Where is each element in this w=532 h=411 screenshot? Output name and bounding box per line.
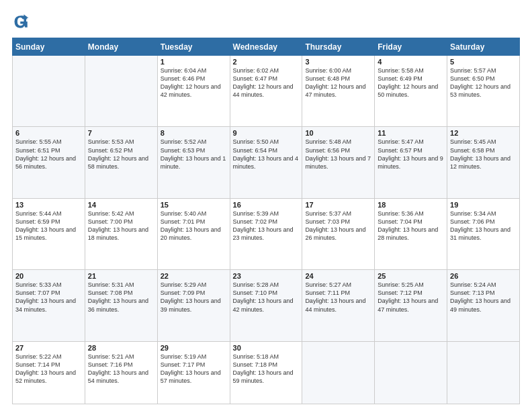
day-number: 14 (88, 201, 154, 209)
calendar-cell: 1Sunrise: 6:04 AMSunset: 6:46 PMDaylight… (157, 56, 230, 127)
day-info: Sunrise: 5:29 AMSunset: 7:09 PMDaylight:… (161, 281, 227, 314)
day-number: 4 (378, 58, 444, 66)
day-number: 9 (233, 129, 300, 137)
calendar-cell: 23Sunrise: 5:28 AMSunset: 7:10 PMDayligh… (230, 270, 302, 341)
day-number: 2 (233, 58, 300, 66)
day-header: Wednesday (230, 38, 302, 56)
day-number: 10 (305, 129, 371, 137)
calendar-table: SundayMondayTuesdayWednesdayThursdayFrid… (12, 38, 520, 404)
day-header: Monday (85, 38, 157, 56)
day-header: Thursday (302, 38, 375, 56)
day-number: 23 (233, 272, 300, 280)
day-number: 24 (305, 272, 371, 280)
calendar-cell: 28Sunrise: 5:21 AMSunset: 7:16 PMDayligh… (85, 341, 157, 404)
day-number: 15 (161, 201, 227, 209)
calendar-cell (13, 56, 85, 127)
calendar-cell: 4Sunrise: 5:58 AMSunset: 6:49 PMDaylight… (375, 56, 447, 127)
calendar-cell (375, 341, 447, 404)
day-info: Sunrise: 5:36 AMSunset: 7:04 PMDaylight:… (378, 210, 444, 242)
logo-icon (12, 12, 31, 31)
calendar-cell: 27Sunrise: 5:22 AMSunset: 7:14 PMDayligh… (13, 341, 85, 404)
day-info: Sunrise: 5:44 AMSunset: 6:59 PMDaylight:… (15, 210, 82, 242)
day-header: Saturday (447, 38, 520, 56)
calendar-cell: 29Sunrise: 5:19 AMSunset: 7:17 PMDayligh… (157, 341, 230, 404)
calendar-cell: 5Sunrise: 5:57 AMSunset: 6:50 PMDaylight… (447, 56, 520, 127)
calendar-cell: 2Sunrise: 6:02 AMSunset: 6:47 PMDaylight… (230, 56, 302, 127)
calendar-cell: 6Sunrise: 5:55 AMSunset: 6:51 PMDaylight… (13, 127, 85, 198)
calendar-cell: 11Sunrise: 5:47 AMSunset: 6:57 PMDayligh… (375, 127, 447, 198)
day-number: 8 (161, 129, 227, 137)
day-info: Sunrise: 5:25 AMSunset: 7:12 PMDaylight:… (378, 281, 444, 314)
calendar-cell: 21Sunrise: 5:31 AMSunset: 7:08 PMDayligh… (85, 270, 157, 341)
calendar-cell: 9Sunrise: 5:50 AMSunset: 6:54 PMDaylight… (230, 127, 302, 198)
day-info: Sunrise: 5:27 AMSunset: 7:11 PMDaylight:… (305, 281, 371, 314)
calendar-week-row: 27Sunrise: 5:22 AMSunset: 7:14 PMDayligh… (13, 341, 520, 404)
day-info: Sunrise: 5:50 AMSunset: 6:54 PMDaylight:… (233, 138, 300, 171)
day-info: Sunrise: 5:39 AMSunset: 7:02 PMDaylight:… (233, 210, 300, 242)
day-number: 5 (450, 58, 517, 66)
day-number: 25 (378, 272, 444, 280)
day-info: Sunrise: 5:47 AMSunset: 6:57 PMDaylight:… (378, 138, 444, 171)
calendar-cell: 24Sunrise: 5:27 AMSunset: 7:11 PMDayligh… (302, 270, 375, 341)
calendar-cell: 19Sunrise: 5:34 AMSunset: 7:06 PMDayligh… (447, 198, 520, 269)
day-info: Sunrise: 5:18 AMSunset: 7:18 PMDaylight:… (233, 353, 300, 385)
calendar-cell: 18Sunrise: 5:36 AMSunset: 7:04 PMDayligh… (375, 198, 447, 269)
calendar-cell: 17Sunrise: 5:37 AMSunset: 7:03 PMDayligh… (302, 198, 375, 269)
calendar-header: SundayMondayTuesdayWednesdayThursdayFrid… (13, 38, 520, 56)
day-number: 1 (161, 58, 227, 66)
day-header: Sunday (13, 38, 85, 56)
days-header-row: SundayMondayTuesdayWednesdayThursdayFrid… (13, 38, 520, 56)
calendar-cell: 20Sunrise: 5:33 AMSunset: 7:07 PMDayligh… (13, 270, 85, 341)
calendar-cell: 25Sunrise: 5:25 AMSunset: 7:12 PMDayligh… (375, 270, 447, 341)
day-info: Sunrise: 5:40 AMSunset: 7:01 PMDaylight:… (161, 210, 227, 242)
day-number: 27 (15, 344, 82, 352)
logo (12, 12, 34, 31)
day-info: Sunrise: 5:19 AMSunset: 7:17 PMDaylight:… (161, 353, 227, 385)
calendar-cell (447, 341, 520, 404)
calendar-week-row: 13Sunrise: 5:44 AMSunset: 6:59 PMDayligh… (13, 198, 520, 269)
day-info: Sunrise: 5:24 AMSunset: 7:13 PMDaylight:… (450, 281, 517, 314)
day-number: 11 (378, 129, 444, 137)
day-info: Sunrise: 5:45 AMSunset: 6:58 PMDaylight:… (450, 138, 517, 171)
header (12, 12, 520, 31)
day-info: Sunrise: 5:31 AMSunset: 7:08 PMDaylight:… (88, 281, 154, 314)
calendar-cell: 7Sunrise: 5:53 AMSunset: 6:52 PMDaylight… (85, 127, 157, 198)
calendar-cell (302, 341, 375, 404)
calendar-cell: 22Sunrise: 5:29 AMSunset: 7:09 PMDayligh… (157, 270, 230, 341)
calendar-body: 1Sunrise: 6:04 AMSunset: 6:46 PMDaylight… (13, 56, 520, 404)
day-number: 17 (305, 201, 371, 209)
day-number: 20 (15, 272, 82, 280)
day-number: 21 (88, 272, 154, 280)
day-header: Tuesday (157, 38, 230, 56)
day-info: Sunrise: 5:22 AMSunset: 7:14 PMDaylight:… (15, 353, 82, 385)
day-info: Sunrise: 6:04 AMSunset: 6:46 PMDaylight:… (161, 66, 227, 99)
day-number: 13 (15, 201, 82, 209)
day-info: Sunrise: 5:53 AMSunset: 6:52 PMDaylight:… (88, 138, 154, 171)
day-info: Sunrise: 5:55 AMSunset: 6:51 PMDaylight:… (15, 138, 82, 171)
day-info: Sunrise: 6:00 AMSunset: 6:48 PMDaylight:… (305, 66, 371, 99)
day-info: Sunrise: 5:34 AMSunset: 7:06 PMDaylight:… (450, 210, 517, 242)
calendar-cell: 10Sunrise: 5:48 AMSunset: 6:56 PMDayligh… (302, 127, 375, 198)
day-info: Sunrise: 5:42 AMSunset: 7:00 PMDaylight:… (88, 210, 154, 242)
day-info: Sunrise: 5:48 AMSunset: 6:56 PMDaylight:… (305, 138, 371, 171)
day-number: 29 (161, 344, 227, 352)
calendar-cell: 12Sunrise: 5:45 AMSunset: 6:58 PMDayligh… (447, 127, 520, 198)
calendar-cell: 8Sunrise: 5:52 AMSunset: 6:53 PMDaylight… (157, 127, 230, 198)
day-number: 28 (88, 344, 154, 352)
calendar-week-row: 20Sunrise: 5:33 AMSunset: 7:07 PMDayligh… (13, 270, 520, 341)
day-info: Sunrise: 5:37 AMSunset: 7:03 PMDaylight:… (305, 210, 371, 242)
calendar-cell: 13Sunrise: 5:44 AMSunset: 6:59 PMDayligh… (13, 198, 85, 269)
day-info: Sunrise: 5:33 AMSunset: 7:07 PMDaylight:… (15, 281, 82, 314)
page: SundayMondayTuesdayWednesdayThursdayFrid… (0, 0, 532, 411)
calendar-cell: 15Sunrise: 5:40 AMSunset: 7:01 PMDayligh… (157, 198, 230, 269)
day-info: Sunrise: 6:02 AMSunset: 6:47 PMDaylight:… (233, 66, 300, 99)
calendar-cell: 3Sunrise: 6:00 AMSunset: 6:48 PMDaylight… (302, 56, 375, 127)
calendar-cell: 30Sunrise: 5:18 AMSunset: 7:18 PMDayligh… (230, 341, 302, 404)
day-number: 26 (450, 272, 517, 280)
calendar-week-row: 6Sunrise: 5:55 AMSunset: 6:51 PMDaylight… (13, 127, 520, 198)
day-info: Sunrise: 5:52 AMSunset: 6:53 PMDaylight:… (161, 138, 227, 171)
day-number: 16 (233, 201, 300, 209)
day-header: Friday (375, 38, 447, 56)
day-info: Sunrise: 5:57 AMSunset: 6:50 PMDaylight:… (450, 66, 517, 99)
day-number: 22 (161, 272, 227, 280)
